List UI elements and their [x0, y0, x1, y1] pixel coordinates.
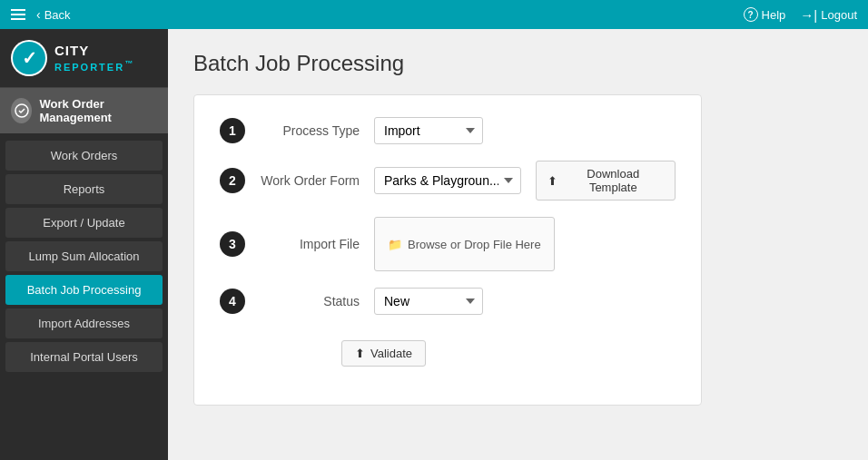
- page-title: Batch Job Processing: [193, 51, 843, 76]
- logo-icon: ✓: [11, 40, 47, 76]
- sidebar-section-title: Work Order Management: [39, 97, 157, 124]
- step4-inner: 4 Status New In Progress Completed: [220, 288, 483, 315]
- logout-label: Logout: [821, 8, 857, 22]
- topbar: ‹ Back ? Help →| Logout: [0, 0, 868, 29]
- step4-label: Status: [260, 294, 360, 308]
- logo-line1: CITY: [54, 43, 134, 59]
- step3-badge: 3: [220, 231, 245, 257]
- work-order-icon: [11, 98, 32, 123]
- file-drop-zone[interactable]: 📁 Browse or Drop File Here: [374, 217, 555, 271]
- sidebar-logo: ✓ CITY REPORTER™: [0, 29, 168, 88]
- help-button[interactable]: ? Help: [744, 7, 786, 22]
- help-label: Help: [762, 8, 786, 22]
- back-button[interactable]: ‹ Back: [36, 7, 71, 22]
- sidebar-item-export-update[interactable]: Export / Update: [5, 208, 163, 238]
- validate-row: ⬆ Validate: [341, 340, 426, 367]
- sidebar-item-internal-portal-users[interactable]: Internal Portal Users: [5, 342, 163, 372]
- topbar-right: ? Help →| Logout: [744, 7, 857, 23]
- download-template-button[interactable]: ⬆ Download Template: [536, 161, 676, 201]
- sidebar-item-reports[interactable]: Reports: [5, 174, 163, 204]
- step1-label: Process Type: [260, 123, 360, 138]
- logo-checkmark: ✓: [13, 42, 45, 74]
- sidebar: ✓ CITY REPORTER™ Work Order Management W…: [0, 29, 168, 460]
- chevron-left-icon: ‹: [36, 7, 41, 22]
- step3-label: Import File: [260, 237, 360, 251]
- step4-row: 4 Status New In Progress Completed ⬆ Val…: [220, 288, 676, 367]
- validate-upload-icon: ⬆: [355, 347, 365, 360]
- sidebar-nav: Work Orders Reports Export / Update Lump…: [0, 133, 168, 379]
- topbar-left: ‹ Back: [11, 7, 71, 22]
- content-area: Batch Job Processing 1 Process Type Impo…: [168, 29, 868, 460]
- hamburger-menu[interactable]: [11, 9, 25, 20]
- step2-row: 2 Work Order Form Parks & Playgroun... ⬆…: [220, 161, 676, 201]
- step2-badge: 2: [220, 168, 245, 193]
- sidebar-item-batch-job-processing[interactable]: Batch Job Processing: [5, 275, 163, 305]
- step2-label: Work Order Form: [260, 173, 360, 188]
- folder-icon: 📁: [388, 238, 402, 251]
- step1-badge: 1: [220, 118, 245, 143]
- logo-text: CITY REPORTER™: [54, 43, 134, 73]
- work-order-form-select[interactable]: Parks & Playgroun...: [374, 167, 521, 194]
- form-card: 1 Process Type Import Export 2 Work Orde…: [193, 94, 702, 406]
- status-select[interactable]: New In Progress Completed: [374, 288, 483, 315]
- file-drop-label: Browse or Drop File Here: [408, 238, 541, 251]
- logout-button[interactable]: →| Logout: [800, 7, 857, 23]
- logo-line2: REPORTER™: [54, 59, 134, 73]
- step4-badge: 4: [220, 289, 245, 314]
- sidebar-item-import-addresses[interactable]: Import Addresses: [5, 308, 163, 338]
- process-type-select[interactable]: Import Export: [374, 117, 483, 144]
- validate-label: Validate: [370, 347, 412, 360]
- sidebar-item-work-orders[interactable]: Work Orders: [5, 141, 163, 171]
- sidebar-item-lump-sum-allocation[interactable]: Lump Sum Allocation: [5, 241, 163, 271]
- logout-icon: →|: [800, 7, 817, 23]
- back-label: Back: [44, 8, 71, 22]
- upload-icon: ⬆: [547, 174, 557, 188]
- step3-row: 3 Import File 📁 Browse or Drop File Here: [220, 217, 676, 271]
- validate-button[interactable]: ⬆ Validate: [341, 340, 426, 367]
- step1-row: 1 Process Type Import Export: [220, 117, 676, 144]
- main-layout: ✓ CITY REPORTER™ Work Order Management W…: [0, 29, 868, 460]
- sidebar-section-header: Work Order Management: [0, 88, 168, 133]
- download-template-label: Download Template: [563, 167, 664, 194]
- help-circle-icon: ?: [744, 7, 758, 22]
